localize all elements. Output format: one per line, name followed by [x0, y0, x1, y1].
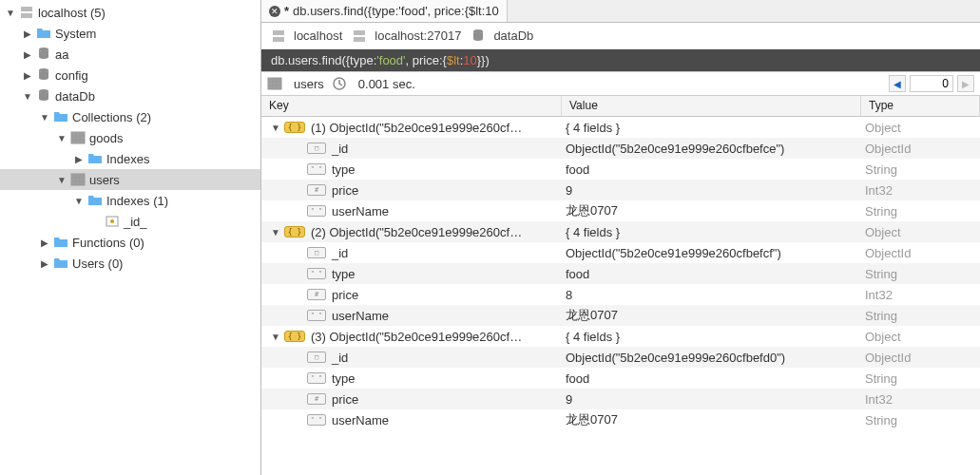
- tree-item[interactable]: ▶Indexes: [0, 148, 260, 169]
- cell-value: ObjectId("5b2e0ce91e999e260cfbefd0"): [562, 351, 861, 365]
- chevron-right-icon[interactable]: ▶: [21, 68, 34, 82]
- tree-item-label: System: [55, 27, 96, 41]
- chevron-down-icon[interactable]: ▼: [269, 330, 282, 343]
- chevron-down-icon[interactable]: ▼: [269, 121, 282, 134]
- clock-icon: [332, 76, 347, 91]
- tree-item-label: Users (0): [72, 256, 123, 271]
- result-field-row[interactable]: #price9Int32: [261, 180, 980, 200]
- tree-root[interactable]: ▼ localhost (5): [0, 2, 260, 23]
- chevron-down-icon[interactable]: ▼: [21, 89, 34, 103]
- tree-item[interactable]: ▶config: [0, 65, 260, 86]
- cell-key: price: [332, 288, 358, 302]
- oid-type-icon: □: [307, 352, 326, 363]
- int-type-icon: #: [307, 393, 326, 405]
- tree-item[interactable]: ▼users: [0, 169, 260, 190]
- tree-item[interactable]: ▶Users (0): [0, 253, 260, 274]
- dirty-marker: *: [284, 4, 289, 18]
- crumb-host[interactable]: localhost: [271, 28, 342, 44]
- tree-item-label: Functions (0): [72, 236, 144, 250]
- chevron-right-icon[interactable]: ▶: [21, 27, 34, 40]
- result-field-row[interactable]: " "userName龙恩0707String: [261, 409, 980, 430]
- cell-type: String: [861, 413, 980, 428]
- folder-icon: [53, 235, 68, 250]
- cell-key: (2) ObjectId("5b2e0ce91e999e260cf…: [311, 225, 522, 239]
- oid-type-icon: □: [307, 247, 326, 258]
- cell-key: type: [332, 371, 355, 386]
- result-field-row[interactable]: " "typefoodString: [261, 159, 980, 180]
- result-body[interactable]: ▼{ }(1) ObjectId("5b2e0ce91e999e260cf…{ …: [261, 117, 980, 475]
- result-header: Key Value Type: [261, 96, 980, 117]
- chevron-down-icon[interactable]: ▼: [4, 6, 17, 19]
- column-key[interactable]: Key: [261, 96, 562, 116]
- page-prev-button[interactable]: ◀: [889, 75, 906, 92]
- cell-key: userName: [332, 204, 389, 218]
- cell-key: type: [332, 162, 355, 177]
- sidebar-tree[interactable]: ▼ localhost (5) ▶System▶aa▶config▼dataDb…: [0, 0, 261, 475]
- tree-item[interactable]: ▼Collections (2): [0, 106, 260, 127]
- chevron-down-icon[interactable]: ▼: [55, 173, 68, 186]
- chevron-down-icon[interactable]: ▼: [38, 110, 51, 124]
- tree-item[interactable]: ▶System: [0, 23, 260, 44]
- tree-root-label: localhost (5): [38, 6, 106, 20]
- editor-tab[interactable]: ✕ * db.users.find({type:'food', price:{$…: [261, 0, 508, 22]
- chevron-right-icon[interactable]: ▶: [21, 48, 34, 61]
- result-object-row[interactable]: ▼{ }(3) ObjectId("5b2e0ce91e999e260cf…{ …: [261, 326, 980, 347]
- crumb-connection[interactable]: localhost:27017: [352, 28, 461, 44]
- cell-key: _id: [332, 351, 348, 365]
- page-next-button[interactable]: ▶: [957, 75, 974, 92]
- cell-type: String: [861, 267, 980, 281]
- tree-item[interactable]: _id_: [0, 211, 260, 232]
- close-icon[interactable]: ✕: [269, 6, 280, 17]
- page-input[interactable]: [910, 75, 953, 92]
- cell-type: String: [861, 204, 980, 218]
- db-icon: [36, 67, 51, 83]
- result-object-row[interactable]: ▼{ }(1) ObjectId("5b2e0ce91e999e260cf…{ …: [261, 117, 980, 138]
- tab-title: db.users.find({type:'food', price:{$lt:1…: [293, 4, 499, 18]
- cell-value: ObjectId("5b2e0ce91e999e260cfbefce"): [562, 142, 861, 156]
- tree-item[interactable]: ▶aa: [0, 44, 260, 65]
- cell-value: 龙恩0707: [562, 307, 861, 324]
- cell-type: Int32: [861, 392, 980, 407]
- result-field-row[interactable]: " "userName龙恩0707String: [261, 200, 980, 221]
- folder-icon: [87, 151, 103, 166]
- cell-key: _id: [332, 246, 348, 260]
- result-field-row[interactable]: □_idObjectId("5b2e0ce91e999e260cfbefcf")…: [261, 242, 980, 263]
- query-editor[interactable]: db.users.find({type:'food', price:{$lt:1…: [261, 49, 980, 71]
- oid-type-icon: □: [307, 142, 326, 154]
- grid-icon: [70, 130, 86, 145]
- column-type[interactable]: Type: [861, 96, 980, 116]
- chevron-right-icon[interactable]: ▶: [38, 236, 51, 249]
- result-field-row[interactable]: " "userName龙恩0707String: [261, 305, 980, 326]
- result-object-row[interactable]: ▼{ }(2) ObjectId("5b2e0ce91e999e260cf…{ …: [261, 221, 980, 242]
- result-field-row[interactable]: #price8Int32: [261, 284, 980, 305]
- chevron-right-icon[interactable]: ▶: [72, 152, 86, 165]
- result-field-row[interactable]: □_idObjectId("5b2e0ce91e999e260cfbefce")…: [261, 138, 980, 159]
- tree-item[interactable]: ▼dataDb: [0, 86, 260, 106]
- folder-icon: [53, 109, 68, 124]
- breadcrumb: localhost localhost:27017 dataDb: [261, 23, 980, 49]
- chevron-right-icon[interactable]: ▶: [38, 256, 51, 270]
- status-bar: users 0.001 sec. ◀ ▶: [261, 71, 980, 96]
- cell-value: { 4 fields }: [562, 330, 861, 344]
- crumb-database[interactable]: dataDb: [471, 28, 533, 44]
- cell-key: (1) ObjectId("5b2e0ce91e999e260cf…: [311, 121, 522, 135]
- str-type-icon: " ": [307, 268, 326, 279]
- main-panel: ✕ * db.users.find({type:'food', price:{$…: [261, 0, 980, 475]
- tab-bar: ✕ * db.users.find({type:'food', price:{$…: [261, 0, 980, 23]
- column-value[interactable]: Value: [562, 96, 861, 116]
- chevron-down-icon[interactable]: ▼: [269, 225, 282, 238]
- cell-type: Object: [861, 330, 980, 344]
- tree-item[interactable]: ▼Indexes (1): [0, 190, 260, 211]
- result-field-row[interactable]: □_idObjectId("5b2e0ce91e999e260cfbefd0")…: [261, 347, 980, 368]
- result-field-row[interactable]: " "typefoodString: [261, 263, 980, 284]
- key-icon: [105, 214, 120, 229]
- chevron-down-icon[interactable]: ▼: [55, 131, 68, 144]
- result-field-row[interactable]: " "typefoodString: [261, 368, 980, 389]
- tree-item[interactable]: ▶Functions (0): [0, 232, 260, 253]
- tree-item[interactable]: ▼goods: [0, 127, 260, 148]
- result-field-row[interactable]: #price9Int32: [261, 389, 980, 409]
- folder-icon: [87, 193, 103, 208]
- chevron-down-icon[interactable]: ▼: [72, 194, 86, 207]
- cell-value: food: [562, 371, 861, 386]
- cell-value: { 4 fields }: [562, 225, 861, 239]
